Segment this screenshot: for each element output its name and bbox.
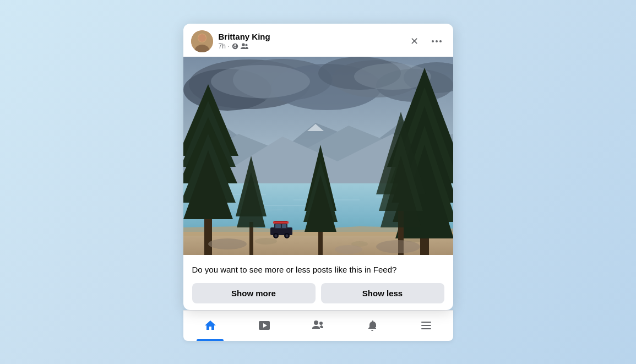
avatar [191,30,213,52]
svg-rect-71 [421,325,431,326]
svg-point-64 [285,234,288,237]
people-icon [311,319,325,332]
question-text: Do you want to see more or less posts li… [192,264,444,275]
close-button[interactable]: ✕ [406,32,423,50]
header-actions: ✕ [406,32,445,50]
svg-point-68 [376,240,420,253]
more-options-button[interactable] [428,32,445,50]
menu-icon [420,319,433,332]
card-wrapper: Brittany King 7h · ✕ [183,24,453,341]
svg-point-5 [436,40,438,42]
svg-point-6 [439,40,442,42]
svg-point-16 [211,65,310,98]
svg-rect-34 [204,216,212,255]
post-photo [183,57,453,255]
nav-item-notifications[interactable] [345,311,399,341]
ellipsis-icon [431,36,442,47]
nav-item-menu[interactable] [399,311,453,341]
svg-point-69 [335,245,362,254]
bottom-nav [183,310,453,341]
svg-point-3 [198,34,206,42]
friends-icon [241,43,248,50]
meta-separator: · [228,44,230,50]
action-buttons: Show more Show less [192,283,444,303]
user-name: Brittany King [219,32,400,42]
post-meta: 7h · [219,42,400,50]
svg-rect-60 [274,221,287,222]
svg-point-31 [255,238,277,245]
show-more-button[interactable]: Show more [192,283,316,303]
svg-rect-66 [282,224,286,228]
photo-scene-svg [183,57,453,255]
close-icon: ✕ [410,35,418,47]
bell-icon [366,319,378,332]
home-icon [204,319,217,332]
svg-point-4 [432,40,434,42]
nav-item-people[interactable] [291,311,345,341]
feed-question-area: Do you want to see more or less posts li… [183,255,453,310]
post-card: Brittany King 7h · ✕ [183,24,453,310]
svg-point-62 [274,234,277,237]
show-less-button[interactable]: Show less [321,283,444,303]
watch-icon [258,319,271,332]
nav-item-watch[interactable] [237,311,291,341]
post-header: Brittany King 7h · ✕ [183,24,453,57]
svg-rect-65 [275,224,281,228]
nav-item-home[interactable] [183,311,237,341]
svg-rect-72 [421,328,431,329]
user-info: Brittany King 7h · [219,32,400,50]
svg-point-67 [208,238,247,249]
privacy-icon [232,43,238,50]
svg-rect-70 [421,322,431,323]
post-time: 7h [219,42,226,50]
